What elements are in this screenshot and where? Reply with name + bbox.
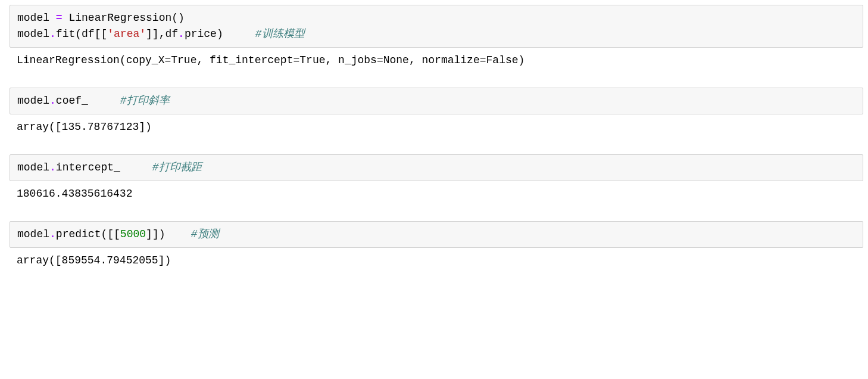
- cell-spacer: [0, 76, 868, 88]
- code-token: 'area': [107, 28, 146, 40]
- code-token: 5000: [120, 228, 146, 240]
- notebook-cell: model = LinearRegression() model.fit(df[…: [0, 5, 868, 73]
- code-input[interactable]: model.coef_ #打印斜率: [10, 88, 863, 114]
- code-output: LinearRegression(copy_X=True, fit_interc…: [10, 48, 863, 73]
- notebook-cell: model.intercept_ #打印截距 180616.4383561643…: [0, 154, 868, 207]
- code-input[interactable]: model.intercept_ #打印截距: [10, 154, 863, 181]
- code-comment: #预测: [191, 228, 219, 240]
- code-token: model: [17, 228, 49, 240]
- code-comment: #打印斜率: [120, 95, 170, 107]
- code-token: fit(df[[: [56, 28, 107, 40]
- code-comment: #打印截距: [152, 161, 202, 173]
- code-token: .: [49, 228, 56, 240]
- code-token: .: [49, 28, 56, 40]
- cell-spacer: [0, 209, 868, 221]
- code-token: price): [185, 28, 255, 40]
- code-token: ]]): [146, 228, 191, 240]
- code-token: model: [17, 95, 49, 107]
- code-token: intercept_: [56, 161, 152, 173]
- code-input[interactable]: model = LinearRegression() model.fit(df[…: [10, 5, 863, 48]
- code-comment: #训练模型: [255, 28, 305, 40]
- code-output: 180616.43835616432: [10, 181, 863, 207]
- code-input[interactable]: model.predict([[5000]]) #预测: [10, 221, 863, 248]
- code-output: array([859554.79452055]): [10, 248, 863, 274]
- code-token: .: [49, 95, 56, 107]
- code-token: =: [56, 12, 63, 24]
- code-token: .: [178, 28, 185, 40]
- cell-spacer: [0, 142, 868, 154]
- code-token: ]],df: [146, 28, 178, 40]
- notebook-cell: model.coef_ #打印斜率 array([135.78767123]): [0, 88, 868, 140]
- code-token: predict([[: [56, 228, 120, 240]
- code-token: model: [17, 12, 56, 24]
- code-token: coef_: [56, 95, 120, 107]
- code-token: model: [17, 28, 49, 40]
- code-token: .: [49, 161, 56, 173]
- code-output: array([135.78767123]): [10, 114, 863, 140]
- code-token: model: [17, 161, 49, 173]
- notebook-cell: model.predict([[5000]]) #预测 array([85955…: [0, 221, 868, 274]
- code-token: LinearRegression(): [63, 12, 185, 24]
